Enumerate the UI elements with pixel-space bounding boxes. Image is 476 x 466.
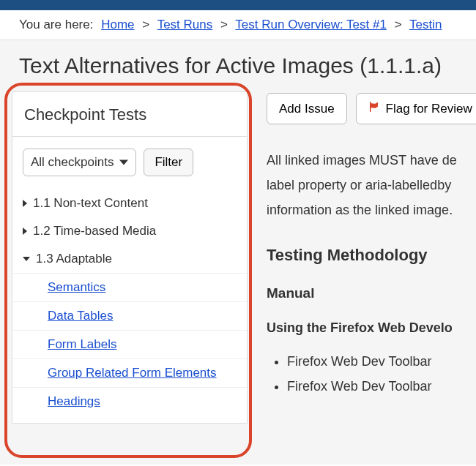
- breadcrumb-testing[interactable]: Testin: [409, 18, 442, 31]
- chevron-down-icon: [119, 160, 128, 165]
- breadcrumb-overview[interactable]: Test Run Overview: Test #1: [235, 18, 387, 31]
- breadcrumb-sep: >: [395, 18, 402, 31]
- filter-button[interactable]: Filter: [144, 149, 193, 176]
- tree-link[interactable]: Group Related Form Elements: [48, 366, 217, 380]
- breadcrumb-sep: >: [220, 18, 228, 31]
- checkpoint-tests-panel: Checkpoint Tests All checkpoints Filter …: [12, 91, 248, 424]
- bullet-list: Firefox Web Dev Toolbar Firefox Web Dev …: [267, 352, 476, 397]
- tree-child-headings: Headings: [12, 387, 247, 416]
- tree-link[interactable]: Form Labels: [48, 337, 116, 351]
- tree-item-1-3[interactable]: 1.3 Adaptable: [12, 245, 247, 273]
- breadcrumb-test-runs[interactable]: Test Runs: [157, 18, 213, 31]
- main-content: Add Issue Flag for Review All linked ima…: [256, 91, 476, 462]
- tree-item-label: 1.3 Adaptable: [36, 252, 112, 266]
- tree-link[interactable]: Data Tables: [48, 309, 113, 323]
- layout: Checkpoint Tests All checkpoints Filter …: [0, 91, 476, 462]
- sidebar-wrap: Checkpoint Tests All checkpoints Filter …: [7, 91, 256, 462]
- tree-child-form-labels: Form Labels: [12, 330, 247, 358]
- select-value: All checkpoints: [31, 155, 114, 170]
- top-bar: [0, 0, 476, 10]
- flag-review-button[interactable]: Flag for Review: [356, 93, 476, 124]
- caret-right-icon: [23, 228, 27, 235]
- checkpoint-tree: 1.1 Non-text Content 1.2 Time-based Medi…: [12, 188, 247, 423]
- tree-child-data-tables: Data Tables: [12, 301, 247, 330]
- tree-item-1-2[interactable]: 1.2 Time-based Media: [12, 217, 247, 245]
- breadcrumb-home[interactable]: Home: [101, 18, 134, 31]
- tree-child-semantics: Semantics: [12, 273, 247, 301]
- content-area: Text Alternatives for Active Images (1.1…: [0, 40, 476, 465]
- desc-line: information as the linked image.: [267, 200, 476, 221]
- tree-children: Semantics Data Tables Form Labels Group …: [12, 273, 247, 416]
- caret-down-icon: [23, 257, 30, 261]
- action-row: Add Issue Flag for Review: [267, 91, 476, 124]
- tree-child-group-related: Group Related Form Elements: [12, 358, 247, 387]
- flag-icon: [368, 101, 380, 116]
- checkpoints-select[interactable]: All checkpoints: [23, 149, 136, 176]
- tree-item-label: 1.1 Non-text Content: [33, 196, 148, 211]
- breadcrumb-label: You are here:: [19, 18, 93, 31]
- description: All linked images MUST have de label pro…: [267, 124, 476, 397]
- button-label: Add Issue: [279, 102, 335, 116]
- breadcrumb-sep: >: [142, 18, 149, 31]
- sidebar-title: Checkpoint Tests: [12, 92, 247, 137]
- tree-item-1-1[interactable]: 1.1 Non-text Content: [12, 189, 247, 217]
- list-item: Firefox Web Dev Toolbar: [287, 352, 476, 372]
- tree-item-label: 1.2 Time-based Media: [33, 224, 156, 238]
- filter-row: All checkpoints Filter: [12, 137, 247, 188]
- breadcrumb: You are here: Home > Test Runs > Test Ru…: [0, 10, 476, 40]
- heading-firefox: Using the Firefox Web Develo: [267, 318, 476, 339]
- tree-link[interactable]: Semantics: [48, 280, 105, 294]
- heading-manual: Manual: [267, 282, 476, 304]
- button-label: Flag for Review: [386, 102, 472, 116]
- desc-line: All linked images MUST have de: [267, 151, 476, 171]
- desc-line: label property or aria-labelledby: [267, 176, 476, 196]
- page-title: Text Alternatives for Active Images (1.1…: [0, 40, 476, 91]
- tree-link[interactable]: Headings: [48, 394, 100, 408]
- heading-methodology: Testing Methodology: [267, 243, 476, 268]
- caret-right-icon: [23, 200, 27, 207]
- add-issue-button[interactable]: Add Issue: [267, 93, 347, 124]
- list-item: Firefox Web Dev Toolbar: [287, 377, 476, 397]
